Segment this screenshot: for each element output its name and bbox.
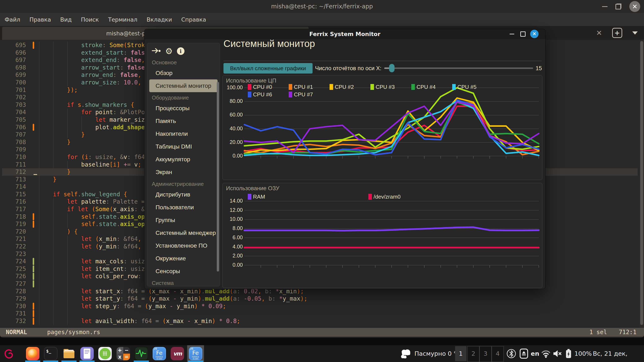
taskbar-icon-app-grid[interactable]	[98, 347, 112, 360]
sidebar-item-4[interactable]: Процессоры	[147, 102, 220, 115]
wifi-icon[interactable]	[541, 345, 551, 362]
battery-icon[interactable]	[565, 345, 572, 362]
legend-label: CPU #1	[294, 84, 313, 90]
sidebar-item-9[interactable]: Экран	[147, 166, 220, 178]
menu-item-3[interactable]: Поиск	[81, 16, 99, 23]
x-count-slider-label: Число отсчётов по оси X:	[315, 65, 382, 72]
legend-swatch	[452, 84, 456, 90]
legend-item: CPU #2	[330, 84, 354, 90]
menu-item-0[interactable]: Файл	[4, 16, 20, 23]
ferrix-titlebar[interactable]: Ferrix System Monitor ✕	[144, 29, 545, 39]
info-icon[interactable]: i	[177, 47, 184, 55]
taskbar-icon-calculator[interactable]: +−x=	[116, 347, 130, 360]
close-icon[interactable]: ✕	[629, 1, 640, 12]
workspace-3[interactable]: 3	[480, 346, 492, 362]
taskbar-icon-system-monitor[interactable]	[134, 347, 148, 360]
clock[interactable]: Вс, 21 дек, 15:06	[593, 345, 644, 362]
sidebar-scrollbar[interactable]	[217, 82, 219, 272]
taskbar-icon-ferrix[interactable]: 26FeFERRIX55.845	[152, 347, 166, 360]
sidebar: ⚙ i ОсновноеОбзорСистемный мониторОборуд…	[147, 43, 220, 286]
legend-item: CPU #5	[452, 84, 476, 90]
sidebar-item-12[interactable]: Пользователи	[147, 201, 220, 214]
menu-item-5[interactable]: Вкладки	[146, 16, 172, 23]
sidebar-item-2[interactable]: Системный монитор	[149, 79, 218, 92]
taskbar-icon-firefox[interactable]	[26, 347, 40, 360]
indent-guide	[53, 146, 54, 153]
workspace-2[interactable]: 2	[467, 346, 480, 362]
sidebar-section-10: Администрирование	[147, 178, 220, 188]
terminal-scrollbar[interactable]	[640, 40, 644, 328]
line-number: 699	[2, 71, 26, 79]
sidebar-item-7[interactable]: Таблицы DMI	[147, 140, 220, 153]
sidebar-item-6[interactable]: Накопители	[147, 127, 220, 140]
code-line[interactable]: 729 let start_y: f64 = (y_max - y_min).m…	[2, 295, 638, 303]
send-icon[interactable]	[151, 47, 161, 55]
close-icon[interactable]: ✕	[530, 29, 539, 39]
line-number: 712	[2, 168, 26, 176]
change-marker	[33, 310, 34, 317]
minimize-icon[interactable]	[602, 6, 608, 7]
taskbar-icon-ferrix[interactable]: 26FeFERRIX55.845	[189, 347, 202, 360]
taskbar-icon-files[interactable]	[62, 347, 76, 360]
sidebar-item-5[interactable]: Память	[147, 115, 220, 127]
code-line[interactable]: 732 let avail_width: f64 = (x_max - x_mi…	[2, 317, 638, 325]
line-number: 703	[2, 101, 26, 109]
weather-icon[interactable]	[399, 349, 412, 359]
bluetooth-icon[interactable]	[506, 345, 516, 362]
battery-percent[interactable]: 100%	[574, 345, 592, 362]
menu-item-6[interactable]: Справка	[181, 16, 206, 23]
sidebar-item-8[interactable]: Аккумулятор	[147, 153, 220, 166]
settings-icon[interactable]: ⚙	[165, 47, 173, 55]
legend-swatch	[368, 194, 372, 200]
close-tab-icon[interactable]: ✕	[596, 29, 602, 37]
code-text: let step_y: f64 = (y_max - y_min) * 0.09…	[39, 303, 226, 310]
taskbar-icon-text-editor[interactable]	[80, 347, 94, 360]
workspace-4[interactable]: 4	[492, 346, 504, 362]
weather-label[interactable]: Пасмурно 0 °C	[414, 345, 461, 362]
keyboard-layout[interactable]: en	[531, 345, 539, 362]
code-line[interactable]: 730 let step_y: f64 = (y_max - y_min) * …	[2, 303, 638, 310]
y-axis-label: 80.00	[221, 98, 243, 104]
change-marker	[33, 213, 34, 220]
sidebar-item-16[interactable]: Окружение	[147, 252, 220, 265]
sidebar-item-15[interactable]: Установленное ПО	[147, 239, 220, 252]
sidebar-item-11[interactable]: Дистрибутив	[147, 188, 220, 201]
sidebar-section-18: Система	[147, 278, 220, 286]
sidebar-section-0: Основное	[147, 57, 220, 67]
legend-swatch	[248, 91, 251, 97]
sidebar-item-17[interactable]: Сенсоры	[147, 265, 220, 278]
indent-guide	[39, 94, 40, 101]
taskbar-icon-debian-menu[interactable]	[2, 347, 16, 360]
menu-item-1[interactable]: Правка	[30, 16, 51, 23]
slider-handle[interactable]	[389, 64, 394, 72]
indent-guide	[67, 310, 68, 317]
tab-list-icon[interactable]	[632, 31, 638, 34]
x-count-slider[interactable]	[384, 67, 533, 69]
menu-item-2[interactable]: Вид	[60, 16, 72, 23]
taskbar-icon-vmware[interactable]: vm	[171, 347, 184, 360]
new-tab-icon[interactable]: +	[612, 28, 622, 38]
toggle-stacked-charts-button[interactable]: Вкл/выкл сложенные графики	[224, 63, 312, 73]
eject-icon[interactable]	[519, 345, 528, 362]
taskbar-icon-terminal[interactable]: $_	[44, 347, 58, 360]
restore-icon[interactable]	[616, 3, 621, 9]
volume-muted-icon[interactable]	[552, 345, 562, 362]
line-number: 730	[2, 303, 26, 310]
y-axis-label: 4.00	[221, 244, 243, 250]
y-axis-label: 60.00	[221, 112, 243, 118]
minimize-icon[interactable]	[509, 29, 515, 39]
menu-item-4[interactable]: Терминал	[108, 16, 138, 23]
sidebar-item-1[interactable]: Обзор	[147, 67, 220, 79]
line-number: 720	[2, 228, 26, 236]
line-number: 715	[2, 191, 26, 198]
sidebar-item-14[interactable]: Системный менеджер	[147, 226, 220, 239]
code-line[interactable]: 731	[2, 310, 638, 317]
sidebar-nav: ОсновноеОбзорСистемный мониторОборудован…	[147, 57, 220, 286]
main-content: Системный монитор Вкл/выкл сложенные гра…	[220, 39, 545, 289]
line-number: 710	[2, 153, 26, 161]
workspace-1[interactable]: 1	[455, 346, 466, 361]
line-number: 714	[2, 183, 26, 191]
sidebar-item-13[interactable]: Группы	[147, 214, 220, 226]
maximize-icon[interactable]	[520, 29, 526, 39]
legend-label: CPU #6	[253, 91, 272, 98]
